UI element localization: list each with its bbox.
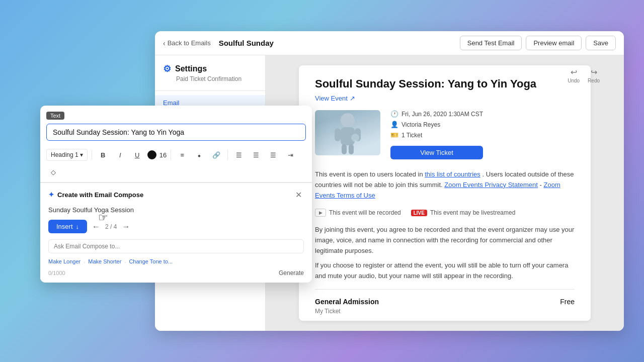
email-event-title: Soulful Sunday Session: Yang to Yin Yoga (315, 77, 575, 90)
settings-title-text: Settings (175, 64, 207, 73)
page-indicator: 2 / 4 (105, 223, 117, 230)
change-tone-button[interactable]: Change Tone to... (129, 257, 173, 265)
divider-1 (315, 289, 575, 290)
privacy-link[interactable]: Zoom Events Privacy Statement (444, 181, 538, 189)
generate-button[interactable]: Generate (279, 269, 304, 277)
toolbar-divider-1 (92, 150, 92, 160)
toolbar-divider-3 (227, 150, 228, 160)
svg-point-0 (341, 113, 355, 127)
ai-footer: 0/1000 Generate (40, 267, 312, 283)
ai-compose-title: ✦ Create with Email Compose (48, 191, 143, 199)
italic-button[interactable]: I (113, 148, 127, 162)
record-icon: ▶ (315, 209, 326, 217)
char-count: 0/1000 (48, 270, 65, 276)
livestreamed-label: This event may be livestreamed (430, 209, 515, 216)
settings-title: ⚙ Settings (163, 63, 257, 74)
send-test-button[interactable]: Send Test Email (460, 36, 522, 50)
heading-label: Heading 1 (51, 151, 78, 158)
heading-dropdown[interactable]: Heading 1 ▾ (46, 149, 88, 161)
ai-prompt-area (48, 239, 304, 253)
preview-email-button[interactable]: Preview email (526, 36, 582, 50)
save-button[interactable]: Save (586, 36, 616, 50)
svg-point-6 (351, 134, 359, 142)
recording-notice: By joining this event, you agree to be r… (315, 225, 575, 256)
livestream-badge: LIVE This event may be livestreamed (411, 209, 516, 217)
event-meta: 🕐 Fri, Jun 26, 2020 1:30AM CST 👤 Victori… (390, 110, 483, 159)
floating-editor: Text Heading 1 ▾ B I U 16 ≡ ⬥ 🔗 ☰ ☰ ☰ ⇥ … (40, 106, 312, 283)
list-ul-button[interactable]: ☰ (249, 148, 263, 162)
svg-rect-4 (342, 144, 347, 154)
view-event-link[interactable]: View Event ↗ (315, 95, 575, 102)
undo-icon: ↩ (571, 67, 577, 77)
meta-host: 👤 Victoria Reyes (390, 121, 483, 128)
make-shorter-button[interactable]: Make Shorter (88, 257, 121, 265)
text-badge: Text (46, 112, 64, 120)
align-options-button[interactable]: ☰ (232, 148, 246, 162)
ticket-count: 1 Ticket (401, 132, 422, 139)
ticket-section-title: General Admission (315, 298, 379, 306)
quick-suggestions: Make Longer , Make Shorter , Change Tone… (40, 257, 312, 267)
right-preview: ↩ Undo ↪ Redo Soulful Sunday Session: Ya… (266, 55, 624, 331)
ai-compose-close-button[interactable]: ✕ (293, 189, 304, 200)
underline-button[interactable]: U (130, 148, 144, 162)
color-fill-button[interactable]: ⬥ (192, 148, 206, 162)
svg-rect-5 (349, 144, 354, 154)
ai-prompt-input[interactable] (54, 243, 298, 250)
indent-button[interactable]: ⇥ (283, 148, 297, 162)
person-icon: 👤 (390, 121, 398, 128)
make-longer-button[interactable]: Make Longer (48, 257, 80, 265)
event-image-inner (315, 110, 380, 155)
link-button[interactable]: 🔗 (209, 148, 223, 162)
ticket-icon: 🎫 (390, 131, 398, 139)
align-left-button[interactable]: ≡ (175, 148, 189, 162)
undo-button[interactable]: ↩ Undo (568, 67, 580, 83)
prev-arrow[interactable]: ← (92, 222, 100, 231)
email-description-section: This event is open to users located in t… (315, 169, 575, 201)
undo-redo-bar: ↩ Undo ↪ Redo (568, 67, 600, 83)
topbar: ‹ Back to Emails Soulful Sunday Send Tes… (155, 31, 624, 55)
bold-button[interactable]: B (96, 148, 110, 162)
settings-header: ⚙ Settings Paid Ticket Confirmation (155, 55, 265, 91)
ai-compose-title-text: Create with Email Compose (57, 191, 143, 199)
next-arrow[interactable]: → (122, 222, 130, 231)
toolbar-divider-2 (171, 150, 171, 160)
icon-badges: ▶ This event will be recorded LIVE This … (315, 209, 575, 217)
camera-notice: If you choose to register or attend the … (315, 260, 575, 282)
ai-compose-header: ✦ Create with Email Compose ✕ (40, 183, 312, 204)
live-icon: LIVE (411, 210, 427, 216)
desc-text-1: This event is open to users located in (315, 170, 423, 178)
cursor-icon: ↓ (76, 223, 79, 230)
page-title: Soulful Sunday (219, 39, 274, 47)
ai-suggestion-text: Sunday Soulful Yoga Session (40, 204, 312, 220)
heading-chevron-icon: ▾ (80, 151, 83, 158)
meta-ticket: 🎫 1 Ticket (390, 131, 483, 139)
editor-title-input[interactable] (46, 124, 306, 141)
color-picker[interactable] (147, 150, 156, 159)
view-ticket-button[interactable]: View Ticket (390, 146, 483, 159)
ai-compose-panel: ✦ Create with Email Compose ✕ Sunday Sou… (40, 183, 312, 283)
ticket-name: My Ticket (315, 308, 575, 315)
event-image (315, 110, 380, 155)
insert-button[interactable]: Insert ↓ (48, 220, 87, 233)
redo-label: Redo (588, 78, 600, 83)
ai-actions: Insert ↓ ← 2 / 4 → (40, 220, 312, 239)
list-ol-button[interactable]: ☰ (266, 148, 280, 162)
ticket-price: Free (560, 298, 575, 306)
editor-toolbar: Heading 1 ▾ B I U 16 ≡ ⬥ 🔗 ☰ ☰ ☰ ⇥ ◇ (40, 145, 312, 183)
recording-notice-section: By joining this event, you agree to be r… (315, 225, 575, 256)
redo-button[interactable]: ↪ Redo (588, 67, 600, 83)
back-chevron-icon: ‹ (163, 39, 166, 47)
redo-icon: ↪ (591, 67, 597, 77)
back-to-emails-link[interactable]: ‹ Back to Emails (163, 39, 211, 47)
email-preview: Soulful Sunday Session: Yang to Yin Yoga… (299, 65, 591, 321)
clock-icon: 🕐 (390, 110, 398, 118)
svg-rect-2 (335, 128, 341, 141)
view-event-label: View Event (315, 95, 348, 102)
back-label: Back to Emails (168, 39, 211, 47)
countries-link[interactable]: this list of countries (425, 170, 480, 178)
event-details-row: 🕐 Fri, Jun 26, 2020 1:30AM CST 👤 Victori… (315, 110, 575, 159)
insert-label: Insert (56, 223, 73, 230)
email-body: Soulful Sunday Session: Yang to Yin Yoga… (299, 65, 591, 321)
clear-format-button[interactable]: ◇ (46, 165, 60, 179)
ai-star-icon: ✦ (48, 191, 54, 199)
